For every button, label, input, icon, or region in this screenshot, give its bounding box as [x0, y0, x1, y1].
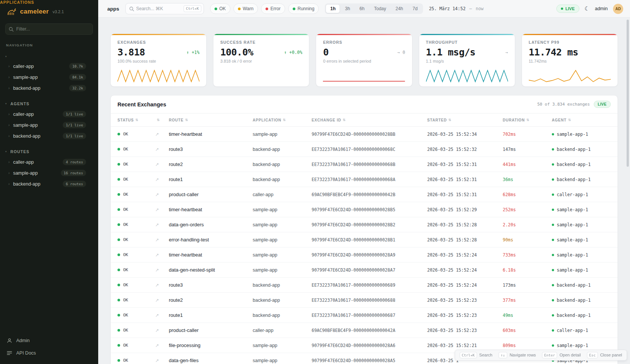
exchange-id-cell: 90799F47E6CD24D-00000000000028B5 [312, 207, 427, 212]
table-row[interactable]: OK ↗ route3 backend-app EE7322370A10617-… [111, 278, 618, 293]
status-cell: OK [117, 207, 155, 212]
sidebar-item-agents-sample-app[interactable]: › sample-app 1/1 live [0, 120, 98, 131]
open-exchange-icon[interactable]: ↗ [155, 343, 169, 348]
open-exchange-icon[interactable]: ↗ [155, 283, 169, 288]
stat-accent-bar [316, 34, 412, 35]
sidebar-item-routes-backend-app[interactable]: › backend-app 6 routes [0, 178, 98, 189]
range-3h[interactable]: 3h [340, 4, 354, 13]
open-exchange-icon[interactable]: ↗ [155, 313, 169, 318]
open-exchange-icon[interactable]: ↗ [155, 298, 169, 303]
table-row[interactable]: OK ↗ route2 backend-app EE7322370A10617-… [111, 293, 618, 308]
column-header-exchange-id[interactable]: EXCHANGE ID ⇅ [312, 118, 427, 122]
sidebar-item-routes-sample-app[interactable]: › sample-app 16 routes [0, 167, 98, 178]
sort-icon: ⇅ [135, 118, 138, 122]
table-row[interactable]: OK ↗ product-caller caller-app 69AC90BF8… [111, 187, 618, 202]
range-1h[interactable]: 1h [326, 4, 340, 13]
section-header-applications[interactable]: ▾ APPLICATIONS [0, 54, 98, 59]
filter-pill-ok[interactable]: OK [210, 3, 230, 14]
open-exchange-icon[interactable]: ↗ [155, 192, 169, 197]
agent-cell: sample-app-1 [552, 252, 611, 258]
started-cell: 2026-03-25 15:52:23 [427, 328, 503, 333]
datetime-separator: — [469, 6, 472, 11]
section-header-routes[interactable]: ▾ ROUTES [0, 148, 98, 155]
range-6h[interactable]: 6h [355, 4, 369, 13]
exchange-id-cell: 90799F47E6CD24D-00000000000028BB [312, 132, 427, 137]
open-exchange-icon[interactable]: ↗ [155, 222, 169, 227]
chevron-right-icon: › [8, 182, 10, 186]
started-cell: 2026-03-25 15:52:23 [427, 313, 503, 318]
sidebar-item-agents-backend-app[interactable]: › backend-app 1/1 live [0, 131, 98, 141]
filter-pill-running[interactable]: Running [288, 3, 319, 14]
open-exchange-icon[interactable]: ↗ [155, 207, 169, 212]
agent-dot-icon [552, 178, 554, 181]
open-exchange-icon[interactable]: ↗ [155, 147, 169, 152]
dark-mode-toggle-icon[interactable]: ☾ [585, 5, 590, 12]
table-row[interactable]: OK ↗ timer-heartbeat sample-app 90799F47… [111, 127, 618, 142]
keycap: Enter [542, 352, 557, 358]
stat-subtext: 3.818 ok / 0 error [220, 59, 302, 63]
agent-cell: backend-app-1 [552, 313, 611, 318]
open-exchange-icon[interactable]: ↗ [155, 267, 169, 273]
sidebar-item-admin[interactable]: Admin [7, 335, 91, 346]
filter-pill-error[interactable]: Error [261, 3, 285, 14]
column-header-duration[interactable]: DURATION ⇅ [503, 118, 552, 122]
open-exchange-icon[interactable]: ↗ [155, 132, 169, 137]
status-cell: OK [117, 237, 155, 242]
column-header-link[interactable]: ⇅ [155, 118, 169, 122]
ok-dot-icon [117, 148, 120, 151]
agent-cell: backend-app-1 [552, 162, 611, 167]
search-input[interactable] [136, 6, 182, 11]
column-header-agent[interactable]: AGENT ⇅ [552, 118, 611, 122]
table-row[interactable]: OK ↗ timer-heartbeat sample-app 90799F47… [111, 247, 618, 263]
sidebar-filter [5, 23, 93, 35]
open-exchange-icon[interactable]: ↗ [155, 237, 169, 243]
table-row[interactable]: OK ↗ data-gen-nested-split sample-app 90… [111, 263, 618, 278]
sidebar: cameleer v3.2.1 NAVIGATION ▾ APPLICATION… [0, 0, 98, 364]
column-header-application[interactable]: APPLICATION ⇅ [253, 118, 312, 122]
sidebar-item-api-docs[interactable]: API Docs [7, 347, 91, 359]
table-row[interactable]: OK ↗ product-caller caller-app 69AC90BF8… [111, 323, 618, 338]
table-row[interactable]: OK ↗ data-gen-orders sample-app 90799F47… [111, 217, 618, 232]
sidebar-item-routes-caller-app[interactable]: › caller-app 4 routes [0, 157, 98, 167]
table-row[interactable]: OK ↗ route1 backend-app EE7322370A10617-… [111, 172, 618, 187]
sidebar-item-applications-caller-app[interactable]: › caller-app 10.7k [0, 61, 98, 72]
application-cell: sample-app [253, 343, 312, 348]
live-toggle[interactable]: LIVE [556, 5, 579, 13]
range-24h[interactable]: 24h [391, 4, 408, 13]
agent-cell: sample-app-1 [552, 343, 611, 348]
table-meta: 50 of 3.834 exchanges LIVE [537, 101, 611, 108]
filter-pill-warn[interactable]: Warn [233, 3, 258, 14]
sidebar-item-agents-caller-app[interactable]: › caller-app 1/1 live [0, 109, 98, 120]
agent-cell: backend-app-1 [552, 147, 611, 152]
open-exchange-icon[interactable]: ↗ [155, 177, 169, 182]
status-dot-icon [293, 8, 295, 10]
started-cell: 2026-03-25 15:52:31 [427, 192, 503, 197]
table-row[interactable]: OK ↗ error-handling-test sample-app 9079… [111, 232, 618, 247]
stat-subtext: 11.742ms [529, 59, 611, 63]
open-exchange-icon[interactable]: ↗ [155, 252, 169, 258]
table-row[interactable]: OK ↗ route1 backend-app EE7322370A10617-… [111, 308, 618, 323]
range-today[interactable]: Today [369, 4, 391, 13]
open-exchange-icon[interactable]: ↗ [155, 358, 169, 363]
column-header-route[interactable]: ROUTE ⇅ [169, 118, 253, 122]
ok-dot-icon [117, 359, 120, 362]
table-row[interactable]: OK ↗ timer-heartbeat sample-app 90799F47… [111, 202, 618, 217]
exchange-id-cell: 69AC90BF8EBC4F9-000000000000042A [312, 328, 427, 333]
filter-input[interactable] [5, 23, 93, 35]
ok-dot-icon [117, 284, 120, 286]
section-header-agents[interactable]: ▾ AGENTS [0, 100, 98, 107]
open-exchange-icon[interactable]: ↗ [155, 162, 169, 167]
sidebar-item-applications-sample-app[interactable]: › sample-app 84.1k [0, 72, 98, 83]
avatar[interactable]: AD [613, 4, 623, 14]
exchange-id-cell: 69AC90BF8EBC4F9-000000000000042B [312, 192, 427, 197]
sidebar-item-applications-backend-app[interactable]: › backend-app 32.2k [0, 83, 98, 94]
column-header-started[interactable]: STARTED ⇅ [427, 118, 503, 122]
table-row[interactable]: OK ↗ route3 backend-app EE7322370A10617-… [111, 142, 618, 157]
duration-cell: 628ms [503, 192, 552, 197]
global-search[interactable]: Ctrl+K [125, 3, 204, 14]
scrollbar-thumb[interactable] [627, 20, 629, 167]
open-exchange-icon[interactable]: ↗ [155, 328, 169, 333]
range-7d[interactable]: 7d [408, 4, 422, 13]
table-row[interactable]: OK ↗ route2 backend-app EE7322370A10617-… [111, 157, 618, 172]
column-header-status[interactable]: STATUS ⇅ [117, 118, 155, 122]
